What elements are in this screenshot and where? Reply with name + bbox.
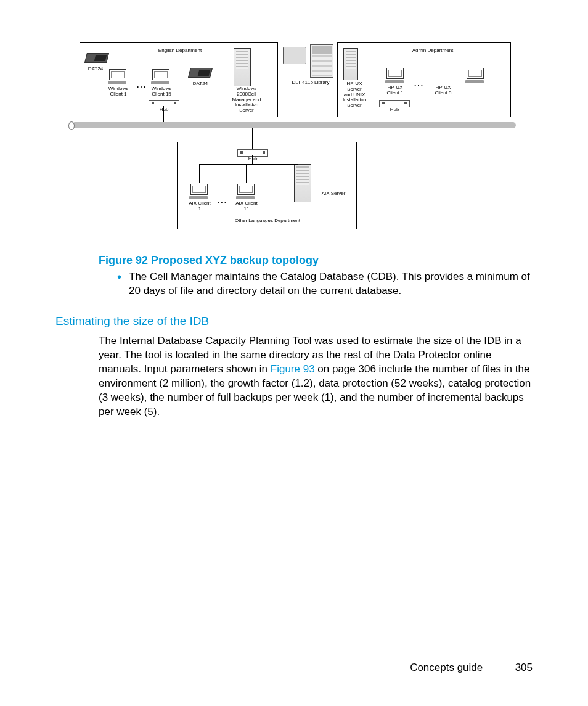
hub-label-3: Hub (243, 157, 262, 162)
section-heading: Estimating the size of the IDB (55, 313, 533, 329)
list-item: • The Cell Manager maintains the Catalog… (117, 270, 533, 298)
computer-icon (109, 69, 125, 84)
server-icon (343, 48, 358, 80)
printer-icon (283, 47, 306, 64)
page-number: 305 (503, 661, 533, 675)
footer-title: Concepts guide (410, 662, 483, 673)
dat24-label-2: DAT24 (188, 81, 213, 87)
body-paragraph: The Internal Database Capacity Planning … (99, 334, 533, 419)
computer-icon (190, 184, 206, 199)
hpux-client-5: HP-UX Client 5 (428, 85, 458, 96)
computer-icon (237, 184, 253, 199)
bullet-icon: • (117, 270, 121, 298)
other-dept-label: Other Languages Department (215, 218, 320, 224)
computer-icon (152, 69, 168, 84)
figure-93-link[interactable]: Figure 93 (271, 363, 315, 375)
server-icon (294, 164, 311, 202)
network-backbone (72, 122, 516, 128)
hpux-client-1: HP-UX Client 1 (380, 85, 410, 96)
aix-client-1: AIX Client 1 (184, 201, 215, 212)
hpux-server-label: HP-UX Server and UNIX Installation Serve… (337, 81, 372, 109)
win-cell-label: Windows 2000Cell Manager and Installatio… (225, 86, 268, 113)
dat24-label-1: DAT24 (83, 67, 108, 72)
admin-dept-label: Admin Department (393, 48, 473, 54)
ellipsis-icon: ... (414, 79, 424, 89)
dlt-label: DLT 4115 Library (287, 80, 335, 86)
bullet-text: The Cell Manager maintains the Catalog D… (129, 270, 533, 298)
hub-label-1: Hub (155, 107, 173, 113)
topology-diagram: English Department DAT24 Windows Client … (72, 37, 516, 247)
server-icon (234, 48, 251, 86)
english-dept-label: English Department (140, 48, 220, 54)
aix-client-11: AIX Client 11 (231, 201, 262, 212)
bullet-list: • The Cell Manager maintains the Catalog… (117, 270, 533, 298)
win-client-1: Windows Client 1 (103, 86, 134, 97)
figure-caption: Figure 92 Proposed XYZ backup topology (99, 253, 533, 268)
tape-library-icon (310, 44, 333, 78)
aix-server-label: AIX Server (316, 191, 351, 197)
tape-drive-icon (84, 53, 109, 63)
tape-drive-icon (188, 68, 213, 78)
page-footer: Concepts guide 305 (410, 661, 533, 675)
hub-label-2: Hub (385, 107, 404, 113)
computer-icon (467, 68, 483, 83)
ellipsis-icon: ... (218, 196, 227, 206)
win-client-15: Windows Client 15 (145, 86, 178, 97)
computer-icon (386, 68, 402, 83)
